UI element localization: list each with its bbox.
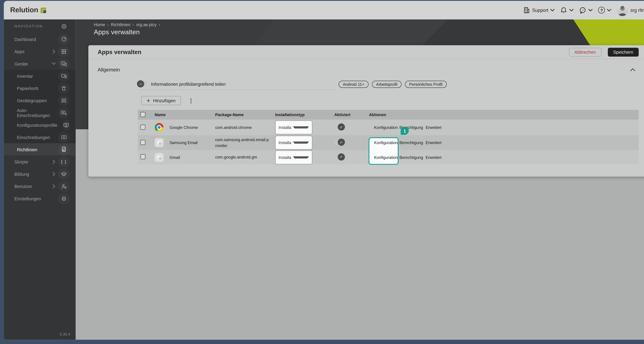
feedback-menu[interactable] (579, 6, 593, 14)
col-package: Package-Name (215, 112, 275, 118)
inventory-icon (58, 70, 70, 81)
enrollments-icon (58, 132, 70, 142)
sidebar-item-geraetegruppen[interactable]: Gerätegruppen (4, 94, 76, 106)
package-name: com.samsung.android.email.provider (215, 137, 275, 149)
chrome-icon (155, 123, 164, 132)
eye-icon[interactable] (58, 21, 70, 32)
check-icon (338, 153, 345, 160)
feedback-compass-icon (579, 6, 586, 14)
add-app-button[interactable]: Hinzufügen (141, 96, 181, 105)
screenshot-frame: Relution Support (0, 0, 644, 344)
package-name: com.google.android.gm (215, 154, 275, 160)
sidebar-item-bildung[interactable]: Bildung (4, 168, 76, 180)
annotation-step-badge: 1 (401, 127, 409, 135)
navigation-label: NAVIGATION (14, 24, 57, 28)
sidebar-item-skripte[interactable]: Skripte (4, 156, 76, 168)
cancel-button[interactable]: Abbrechen (569, 47, 601, 56)
enabled-toggle[interactable] (334, 154, 344, 160)
breadcrumb-richtlinien[interactable]: Richtlinien (111, 22, 130, 27)
enabled-toggle[interactable] (334, 139, 344, 145)
chevron-right-icon (132, 22, 134, 27)
user-menu[interactable]: srg rltn (617, 4, 644, 16)
placeholder-app-icon (155, 153, 164, 162)
erweitert-link[interactable]: Erweitert (426, 155, 442, 160)
install-type-select[interactable]: Installation erz... (275, 150, 312, 164)
sidebar-item-benutzer[interactable]: Benutzer (4, 180, 76, 192)
apps-table: Name Package-Name Installationstyp Aktiv… (138, 110, 639, 164)
chevron-right-icon (159, 22, 160, 27)
breadcrumb: Home Richtlinien srg.ae.plcy (94, 22, 160, 27)
sidebar-item-auto-einschreibungen[interactable]: Auto-Einschreibungen (4, 106, 76, 119)
device-groups-icon (58, 95, 70, 106)
row-checkbox[interactable] (140, 124, 146, 129)
sidebar-item-einstellungen[interactable]: Einstellungen (4, 192, 76, 204)
erweitert-link[interactable]: Erweitert (426, 125, 442, 130)
main-content: Home Richtlinien srg.ae.plcy Apps verwal… (76, 19, 644, 340)
enabled-toggle[interactable] (334, 124, 344, 130)
sidebar-geraete-subgroup: Inventar Papierkorb Gerätegruppen (4, 70, 76, 155)
check-icon (338, 123, 345, 131)
card-title: Apps verwalten (98, 48, 142, 55)
apps-grid-icon (58, 46, 70, 57)
help-menu[interactable] (598, 7, 612, 14)
select-all-checkbox[interactable] (140, 112, 146, 117)
building-icon (523, 7, 530, 14)
section-allgemein-header: Allgemein (88, 63, 644, 76)
profile-chips: Android 11+ Arbeitsprofil Persönliches P… (338, 81, 447, 88)
table-row: Google Chrome com.android.chrome Install… (138, 120, 639, 135)
support-menu[interactable]: Support (523, 7, 555, 14)
sidebar-item-geraete[interactable]: Geräte (4, 57, 76, 70)
chevron-down-icon (550, 9, 555, 11)
berechtigung-link[interactable]: Berechtigung (400, 155, 422, 160)
sidebar-item-inventar[interactable]: Inventar (4, 70, 76, 82)
install-type-select[interactable]: Installation erz... (275, 136, 312, 149)
row-checkbox[interactable] (140, 140, 146, 145)
trash-icon (58, 83, 70, 94)
apps-verwalten-card: Apps verwalten Abbrechen Speichern Allge… (88, 45, 644, 177)
scripts-icon (58, 156, 70, 167)
config-profiles-icon (62, 119, 70, 130)
konfiguration-link[interactable]: Konfiguration (374, 155, 395, 160)
topbar-actions: Support (523, 4, 644, 16)
chevron-right-icon (52, 172, 55, 176)
more-actions-button[interactable] (188, 97, 194, 104)
sidebar-item-richtlinien[interactable]: Richtlinien (4, 143, 76, 155)
sidebar-header: NAVIGATION (4, 19, 76, 33)
konfiguration-link[interactable]: Konfiguration (374, 140, 395, 145)
card-header: Apps verwalten Abbrechen Speichern (88, 45, 644, 59)
row-checkbox[interactable] (140, 154, 146, 159)
app-name: Google Chrome (170, 125, 198, 130)
logo-text: Relution (10, 6, 38, 14)
save-button[interactable]: Speichern (608, 47, 638, 56)
chevron-right-icon (52, 49, 55, 53)
app-logo[interactable]: Relution (10, 6, 47, 14)
install-type-select[interactable]: Installation erz... (275, 120, 312, 134)
sidebar-item-dashboard[interactable]: Dashboard (4, 33, 76, 45)
notifications-menu[interactable] (560, 6, 574, 14)
sidebar-item-konfigurationsprofile[interactable]: Konfigurationsprofile (4, 119, 76, 131)
col-installationstyp: Installationstyp (275, 112, 334, 117)
chevron-down-icon (588, 9, 593, 11)
chevron-up-icon[interactable] (630, 68, 635, 71)
caret-down-icon (293, 156, 309, 158)
app-name: Gmail (170, 155, 180, 160)
sidebar-item-papierkorb[interactable]: Papierkorb (4, 82, 76, 94)
share-info-toggle[interactable]: Informationen profilübergreifend teilen (138, 81, 334, 90)
devices-icon (58, 58, 70, 69)
table-header-row: Name Package-Name Installationstyp Aktiv… (138, 110, 639, 119)
bell-icon (560, 6, 567, 14)
breadcrumb-policy[interactable]: srg.ae.plcy (136, 22, 156, 27)
user-name: srg rltn (630, 7, 644, 13)
sidebar-item-apps[interactable]: Apps (4, 45, 76, 57)
breadcrumb-home[interactable]: Home (94, 22, 105, 27)
page-title: Apps verwalten (94, 28, 160, 36)
berechtigung-link[interactable]: Berechtigung (400, 140, 422, 145)
support-label: Support (532, 7, 548, 13)
col-aktionen: Aktionen (369, 112, 639, 117)
chevron-right-icon (107, 22, 109, 27)
app-version: 5.35.4 (60, 332, 70, 336)
erweitert-link[interactable]: Erweitert (426, 140, 442, 145)
relution-mark-icon (40, 7, 47, 13)
konfiguration-link[interactable]: Konfiguration (374, 125, 395, 130)
sidebar-item-einschreibungen[interactable]: Einschreibungen (4, 131, 76, 143)
